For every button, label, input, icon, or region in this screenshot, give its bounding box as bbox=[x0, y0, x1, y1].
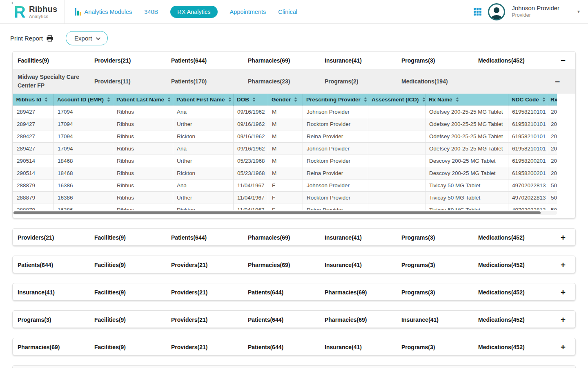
column-header-rx-name[interactable]: Rx Name bbox=[425, 94, 508, 106]
facilities-panel-header[interactable]: Facilities(9)Providers(21)Patients(644)P… bbox=[13, 52, 575, 69]
summary-count-label: Insurance(41) bbox=[325, 234, 401, 241]
sort-icon[interactable] bbox=[228, 97, 232, 102]
column-header-patient-first-name[interactable]: Patient First Name bbox=[173, 94, 234, 106]
nav-item-rx-analytics[interactable]: RX Analytics bbox=[170, 6, 217, 18]
column-header-gender[interactable]: Gender bbox=[268, 94, 303, 106]
expand-icon[interactable]: + bbox=[555, 288, 571, 296]
table-cell: Johnson Provider bbox=[303, 106, 368, 118]
table-cell: Ribhus bbox=[113, 180, 173, 192]
expand-icon[interactable]: + bbox=[555, 233, 571, 242]
collapsed-panel-header[interactable]: Patients(644)Facilities(9)Providers(21)P… bbox=[13, 256, 575, 273]
table-cell: Tivicay 50 MG Tablet bbox=[425, 180, 508, 192]
print-report-button[interactable]: Print Report bbox=[10, 35, 53, 42]
table-row: 28942717094RibhusUrther09/16/1962MRockto… bbox=[13, 118, 557, 130]
table-cell: 17094 bbox=[54, 118, 113, 130]
sort-icon[interactable] bbox=[542, 97, 546, 102]
column-header-label: Prescribing Provider bbox=[306, 96, 361, 103]
table-cell: 61958210101 bbox=[508, 130, 547, 143]
table-row: 28942717094RibhusRickton09/16/1962MReina… bbox=[13, 130, 557, 143]
sort-icon[interactable] bbox=[364, 97, 367, 102]
table-cell: F bbox=[268, 180, 303, 192]
nav-item-340b[interactable]: 340B bbox=[144, 9, 158, 15]
summary-count-label: Pharmacies(69) bbox=[248, 57, 325, 64]
sort-icon[interactable] bbox=[107, 97, 110, 102]
collapsed-panel-header[interactable]: Providers(21)Facilities(9)Patients(644)P… bbox=[13, 229, 575, 246]
table-cell: 17094 bbox=[54, 106, 113, 118]
apps-grid-icon[interactable] bbox=[474, 8, 481, 16]
summary-count-label: Insurance(41) bbox=[325, 344, 401, 350]
summary-count-label: Insurance(41) bbox=[18, 289, 94, 296]
column-header-ndc-code[interactable]: NDC Code bbox=[508, 94, 547, 106]
summary-count-label: Programs(3) bbox=[401, 289, 478, 296]
facility-count-label: Patients(170) bbox=[171, 78, 248, 85]
table-cell: 16386 bbox=[54, 180, 113, 192]
summary-count-label: Patients(644) bbox=[248, 344, 325, 350]
table-cell: 50 bbox=[547, 204, 557, 211]
table-cell: 200 bbox=[547, 155, 557, 167]
table-cell: Ribhus bbox=[113, 143, 173, 155]
table-cell: M bbox=[268, 143, 303, 155]
table-row: 28887916386RibhusRickton11/04/1967FReina… bbox=[13, 204, 557, 211]
next-panel-partial[interactable] bbox=[12, 365, 576, 368]
table-cell: 289427 bbox=[13, 130, 54, 143]
summary-count-label: Pharmacies(69) bbox=[248, 234, 325, 241]
expand-icon[interactable]: + bbox=[555, 343, 571, 351]
column-header-assessment-icd-[interactable]: Assessment (ICD) bbox=[368, 94, 425, 106]
facility-count-label: Providers(11) bbox=[94, 78, 171, 85]
scrollbar-thumb[interactable] bbox=[13, 211, 541, 214]
table-cell: 289427 bbox=[13, 106, 54, 118]
expand-icon[interactable]: + bbox=[555, 315, 571, 324]
user-name: Johnson Provider bbox=[512, 4, 559, 12]
column-header-patient-last-name[interactable]: Patient Last Name bbox=[113, 94, 173, 106]
column-header-rx[interactable]: Rx bbox=[547, 94, 557, 106]
collapsed-panel-header[interactable]: Pharmacies(69)Facilities(9)Providers(21)… bbox=[13, 338, 575, 355]
summary-count-label: Providers(21) bbox=[171, 344, 248, 350]
sort-icon[interactable] bbox=[456, 97, 459, 102]
column-header-dob[interactable]: DOB bbox=[234, 94, 268, 106]
collapsed-panel-header[interactable]: Insurance(41)Facilities(9)Providers(21)P… bbox=[13, 283, 575, 301]
nav-item-clinical[interactable]: Clinical bbox=[278, 9, 297, 15]
horizontal-scrollbar[interactable] bbox=[13, 211, 557, 215]
facility-subheader[interactable]: Midway Specialty Care Center FPProviders… bbox=[13, 69, 575, 94]
sort-icon[interactable] bbox=[45, 97, 48, 102]
sort-icon[interactable] bbox=[252, 97, 256, 102]
table-cell bbox=[368, 192, 425, 204]
collapsed-panel-providers21: Providers(21)Facilities(9)Patients(644)P… bbox=[12, 228, 576, 246]
nav-item-analytics-modules[interactable]: Analytics Modules bbox=[75, 8, 132, 16]
table-cell: 200 bbox=[547, 106, 557, 118]
brand-name: Ribhus bbox=[29, 4, 58, 14]
table-cell: 49702022813 bbox=[508, 204, 547, 211]
summary-count-label: Medications(452) bbox=[478, 344, 555, 350]
table-cell: 05/23/1968 bbox=[234, 167, 268, 180]
nav-item-appointments[interactable]: Appointments bbox=[230, 9, 266, 15]
export-button[interactable]: Export bbox=[66, 31, 108, 45]
export-label: Export bbox=[74, 35, 92, 42]
table-row: 28887916386RibhusUrther11/04/1967FRockto… bbox=[13, 192, 557, 204]
table-cell: 18468 bbox=[54, 167, 113, 180]
collapsed-panel-patients644: Patients(644)Facilities(9)Providers(21)P… bbox=[12, 256, 576, 273]
user-menu-caret-icon[interactable]: ▼ bbox=[577, 9, 581, 14]
table-cell: 200 bbox=[547, 118, 557, 130]
column-header-label: Account ID (EMR) bbox=[57, 96, 104, 103]
brand-logo[interactable]: R Ribhus Analytics bbox=[0, 0, 65, 23]
user-menu[interactable]: Johnson Provider Provider bbox=[512, 4, 559, 18]
table-cell: Reina Provider bbox=[303, 167, 368, 180]
table-cell: 200 bbox=[547, 143, 557, 155]
column-header-account-id-emr-[interactable]: Account ID (EMR) bbox=[54, 94, 113, 106]
collapsed-panel-header[interactable]: Programs(3)Facilities(9)Providers(21)Pat… bbox=[13, 311, 575, 328]
column-header-ribhus-id[interactable]: Ribhus Id bbox=[13, 94, 54, 106]
column-header-label: Gender bbox=[272, 96, 291, 103]
user-role: Provider bbox=[512, 12, 559, 19]
column-header-prescribing-provider[interactable]: Prescribing Provider bbox=[303, 94, 368, 106]
collapse-icon[interactable]: − bbox=[555, 56, 571, 65]
summary-count-label: Patients(644) bbox=[248, 316, 325, 323]
facilities-panel-expanded: Facilities(9)Providers(21)Patients(644)P… bbox=[12, 51, 576, 218]
summary-count-label: Programs(3) bbox=[401, 234, 478, 241]
sort-icon[interactable] bbox=[422, 97, 425, 102]
column-header-label: Rx Name bbox=[429, 96, 452, 103]
sort-icon[interactable] bbox=[294, 97, 297, 102]
sort-icon[interactable] bbox=[167, 97, 171, 102]
user-avatar[interactable] bbox=[488, 3, 505, 20]
table-cell: Reina Provider bbox=[303, 204, 368, 211]
expand-icon[interactable]: + bbox=[555, 260, 571, 269]
